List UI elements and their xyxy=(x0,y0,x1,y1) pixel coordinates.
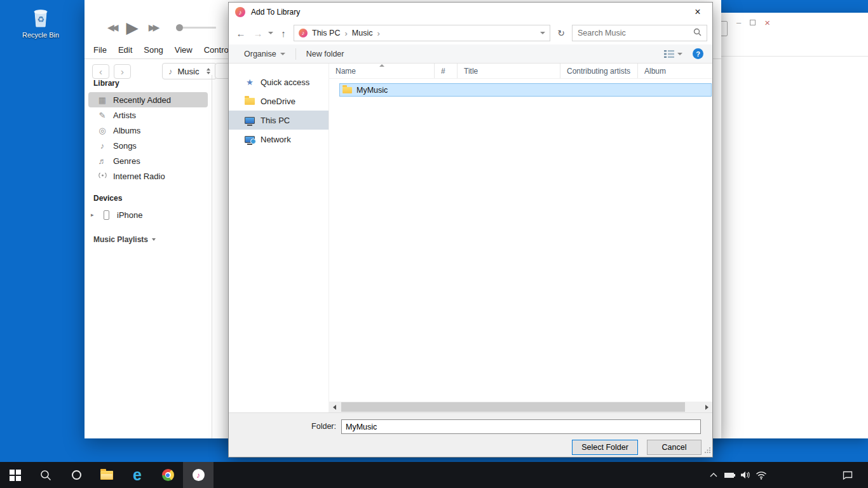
dialog-titlebar[interactable]: ♪ Add To Library × xyxy=(229,3,712,22)
scrollbar-track[interactable] xyxy=(340,402,702,412)
up-button[interactable]: ↑ xyxy=(276,28,290,39)
sort-ascending-icon xyxy=(379,64,384,67)
sidebar-item-label: Recently Added xyxy=(113,95,171,105)
star-icon: ★ xyxy=(245,78,255,87)
menu-song[interactable]: Song xyxy=(144,45,163,55)
breadcrumb-music[interactable]: Music xyxy=(352,29,373,37)
scrollbar-thumb[interactable] xyxy=(341,402,685,412)
select-folder-button[interactable]: Select Folder xyxy=(572,440,638,455)
scroll-right-button[interactable] xyxy=(702,402,712,412)
chrome-button[interactable] xyxy=(153,462,183,488)
sidebar-item-internet-radio[interactable]: Internet Radio xyxy=(88,168,208,184)
expander-icon[interactable]: ▸ xyxy=(91,212,96,218)
music-note-icon: ♪ xyxy=(168,67,173,76)
chevron-down-icon xyxy=(280,53,285,55)
place-quick-access[interactable]: ★ Quick access xyxy=(229,72,329,92)
view-mode-button[interactable] xyxy=(664,50,682,58)
search-icon[interactable] xyxy=(693,28,702,38)
column-name[interactable]: Name xyxy=(329,64,435,78)
column-album[interactable]: Album xyxy=(638,64,712,78)
breadcrumb-this-pc[interactable]: This PC xyxy=(312,29,340,37)
sidebar-item-label: Internet Radio xyxy=(113,172,165,181)
sidebar-item-albums[interactable]: ◎ Albums xyxy=(88,123,208,138)
volume-knob[interactable] xyxy=(176,24,183,31)
recycle-bin-shortcut[interactable]: ♻ Recycle Bin xyxy=(18,4,64,39)
address-dropdown-icon[interactable] xyxy=(540,32,545,34)
action-center-button[interactable] xyxy=(835,462,860,488)
sidebar-item-genres[interactable]: ♬ Genres xyxy=(88,153,208,168)
desktop: { "desktop": { "recycle_bin_label": "Rec… xyxy=(0,0,868,488)
sidebar-item-label: Genres xyxy=(113,156,140,166)
sidebar-item-songs[interactable]: ♪ Songs xyxy=(88,138,208,153)
new-folder-button[interactable]: New folder xyxy=(306,50,344,58)
menu-file[interactable]: File xyxy=(93,45,107,55)
address-bar[interactable]: ♪ This PC › Music › xyxy=(294,25,550,41)
place-onedrive[interactable]: OneDrive xyxy=(229,92,329,111)
cortana-button[interactable] xyxy=(61,462,92,488)
details-view-icon xyxy=(664,50,674,58)
edge-browser-button[interactable]: e xyxy=(122,462,153,488)
column-title[interactable]: Title xyxy=(458,64,560,78)
cancel-button[interactable]: Cancel xyxy=(647,440,702,455)
show-hidden-icons-button[interactable] xyxy=(705,462,721,488)
column-label: Album xyxy=(644,67,666,76)
folder-label: Folder: xyxy=(229,422,336,431)
maximize-icon[interactable] xyxy=(750,20,756,25)
add-to-library-dialog: ♪ Add To Library × ← → ↑ ♪ This PC › Mus… xyxy=(228,2,713,458)
file-list-pane: Name # Title Contributing artists Album … xyxy=(329,64,712,412)
volume-slider[interactable] xyxy=(176,24,216,31)
organise-button[interactable]: Organise xyxy=(244,50,285,58)
rewind-button[interactable]: ◀◀ xyxy=(107,22,116,32)
itunes-sidebar: Library ▦ Recently Added ✎ Artists ◎ Alb… xyxy=(85,79,212,438)
nav-forward-button[interactable]: › xyxy=(114,64,131,79)
horizontal-scrollbar[interactable] xyxy=(329,402,712,412)
media-kind-dropdown[interactable]: ♪ Music xyxy=(162,63,217,79)
column-number[interactable]: # xyxy=(435,64,458,78)
back-button[interactable]: ← xyxy=(234,28,248,39)
nav-back-button[interactable]: ‹ xyxy=(92,64,109,79)
taskbar-search-button[interactable] xyxy=(31,462,61,488)
sidebar-item-iphone[interactable]: ▸ iPhone xyxy=(88,207,208,222)
network-tray-button[interactable] xyxy=(753,462,769,488)
sidebar-item-label: Albums xyxy=(113,126,140,135)
place-this-pc[interactable]: This PC xyxy=(229,111,329,130)
music-playlists-heading[interactable]: Music Playlists xyxy=(85,235,212,244)
itunes-taskbar-button[interactable]: ♪ xyxy=(183,462,214,488)
search-input[interactable]: Search Music xyxy=(572,25,707,41)
sidebar-item-artists[interactable]: ✎ Artists xyxy=(88,107,208,123)
file-list[interactable]: MyMusic xyxy=(329,79,712,402)
recycle-bin-icon: ♻ xyxy=(27,4,55,29)
close-icon[interactable]: × xyxy=(764,17,770,28)
file-row-mymusic[interactable]: MyMusic xyxy=(339,83,712,97)
wifi-icon xyxy=(756,471,767,480)
iphone-icon xyxy=(104,210,109,220)
menu-view[interactable]: View xyxy=(175,45,193,55)
forward-button[interactable]: → xyxy=(251,28,265,39)
forward-button[interactable]: ▶▶ xyxy=(149,22,158,32)
place-network[interactable]: Network xyxy=(229,130,329,149)
dialog-close-button[interactable]: × xyxy=(683,3,712,22)
folder-name-input[interactable] xyxy=(341,419,701,434)
minimize-icon[interactable]: – xyxy=(736,18,741,27)
file-explorer-button[interactable] xyxy=(92,462,122,488)
resize-grip[interactable] xyxy=(704,446,711,456)
volume-track[interactable] xyxy=(183,27,216,29)
itunes-icon: ♪ xyxy=(193,469,205,481)
sidebar-item-recently-added[interactable]: ▦ Recently Added xyxy=(88,92,208,107)
battery-tray-button[interactable] xyxy=(721,462,737,488)
record-icon: ◎ xyxy=(97,126,107,135)
divider xyxy=(712,56,868,57)
refresh-button[interactable]: ↻ xyxy=(553,28,569,38)
this-pc-icon xyxy=(245,117,255,124)
start-button[interactable] xyxy=(0,462,31,488)
play-button[interactable]: ▶ xyxy=(126,19,139,36)
breadcrumb-separator: › xyxy=(377,29,379,38)
recent-locations-dropdown-icon[interactable] xyxy=(268,32,273,34)
location-icon: ♪ xyxy=(299,29,308,37)
scroll-left-button[interactable] xyxy=(329,402,340,412)
dialog-title: Add To Library xyxy=(251,8,300,17)
help-button[interactable]: ? xyxy=(693,48,703,59)
menu-edit[interactable]: Edit xyxy=(118,45,132,55)
volume-tray-button[interactable] xyxy=(737,462,753,488)
column-contributing-artists[interactable]: Contributing artists xyxy=(560,64,638,78)
